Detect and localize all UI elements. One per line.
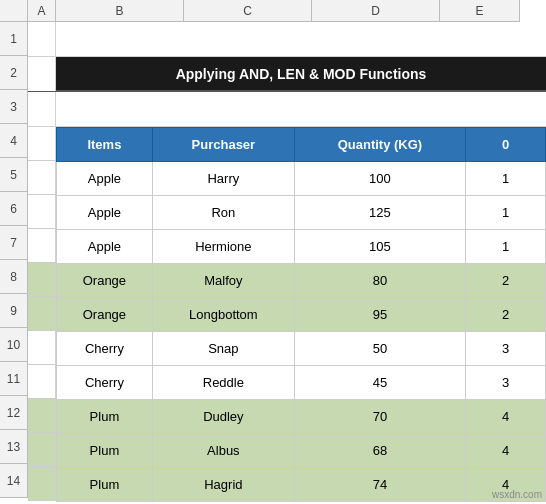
purchaser-cell[interactable]: Hagrid <box>152 468 294 502</box>
item-cell[interactable]: Orange <box>57 264 153 298</box>
purchaser-cell[interactable]: Albus <box>152 434 294 468</box>
table-row: CherryReddle453 <box>57 366 546 400</box>
quantity-cell[interactable]: 95 <box>294 298 465 332</box>
row-num-7[interactable]: 7 <box>0 226 28 260</box>
table-row: PlumHagrid744 <box>57 468 546 502</box>
quantity-cell[interactable]: 74 <box>294 468 465 502</box>
val-cell[interactable]: 3 <box>466 366 546 400</box>
cell-a6[interactable] <box>28 195 56 229</box>
cell-a4[interactable] <box>28 127 56 161</box>
val-cell[interactable]: 2 <box>466 298 546 332</box>
cell-a2[interactable] <box>28 57 56 91</box>
data-section: Items Purchaser Quantity (KG) 0 AppleHar… <box>28 127 546 502</box>
row-3 <box>28 92 546 127</box>
table-row: OrangeMalfoy802 <box>57 264 546 298</box>
table-header-row: Items Purchaser Quantity (KG) 0 <box>57 128 546 162</box>
watermark: wsxdn.com <box>492 489 542 500</box>
data-table-container: Items Purchaser Quantity (KG) 0 AppleHar… <box>56 127 546 502</box>
corner-cell <box>0 0 28 22</box>
purchaser-cell[interactable]: Dudley <box>152 400 294 434</box>
row-num-14[interactable]: 14 <box>0 464 28 498</box>
quantity-cell[interactable]: 50 <box>294 332 465 366</box>
row-num-12[interactable]: 12 <box>0 396 28 430</box>
row-num-5[interactable]: 5 <box>0 158 28 192</box>
row-num-11[interactable]: 11 <box>0 362 28 396</box>
cell-a10[interactable] <box>28 331 56 365</box>
val-cell[interactable]: 1 <box>466 162 546 196</box>
row-num-13[interactable]: 13 <box>0 430 28 464</box>
cell-a14[interactable] <box>28 467 56 501</box>
quantity-cell[interactable]: 125 <box>294 196 465 230</box>
purchaser-cell[interactable]: Ron <box>152 196 294 230</box>
table-row: AppleHermione1051 <box>57 230 546 264</box>
val-cell[interactable]: 2 <box>466 264 546 298</box>
cell-b3-e3 <box>56 92 546 126</box>
row-num-10[interactable]: 10 <box>0 328 28 362</box>
col-purchaser-header[interactable]: Purchaser <box>152 128 294 162</box>
table-row: OrangeLongbottom952 <box>57 298 546 332</box>
val-cell[interactable]: 1 <box>466 230 546 264</box>
table-row: PlumDudley704 <box>57 400 546 434</box>
table-row: AppleHarry1001 <box>57 162 546 196</box>
cell-a11[interactable] <box>28 365 56 399</box>
purchaser-cell[interactable]: Snap <box>152 332 294 366</box>
col-header-c[interactable]: C <box>184 0 312 22</box>
column-headers: A B C D E <box>0 0 546 22</box>
cell-a12[interactable] <box>28 399 56 433</box>
row-num-6[interactable]: 6 <box>0 192 28 226</box>
purchaser-cell[interactable]: Malfoy <box>152 264 294 298</box>
row-num-3[interactable]: 3 <box>0 90 28 124</box>
val-cell[interactable]: 4 <box>466 400 546 434</box>
purchaser-cell[interactable]: Reddle <box>152 366 294 400</box>
quantity-cell[interactable]: 45 <box>294 366 465 400</box>
cell-a13[interactable] <box>28 433 56 467</box>
row-num-1[interactable]: 1 <box>0 22 28 56</box>
val-cell[interactable]: 1 <box>466 196 546 230</box>
item-cell[interactable]: Plum <box>57 434 153 468</box>
table-row: PlumAlbus684 <box>57 434 546 468</box>
cell-a7[interactable] <box>28 229 56 263</box>
purchaser-cell[interactable]: Longbottom <box>152 298 294 332</box>
item-cell[interactable]: Plum <box>57 468 153 502</box>
col-quantity-header[interactable]: Quantity (KG) <box>294 128 465 162</box>
col-header-e[interactable]: E <box>440 0 520 22</box>
cell-a5[interactable] <box>28 161 56 195</box>
quantity-cell[interactable]: 100 <box>294 162 465 196</box>
item-cell[interactable]: Cherry <box>57 366 153 400</box>
row-num-9[interactable]: 9 <box>0 294 28 328</box>
spreadsheet: A B C D E 1 2 3 4 5 6 7 8 9 10 11 12 <box>0 0 546 504</box>
row-1 <box>28 22 546 57</box>
cell-a8[interactable] <box>28 263 56 297</box>
row-2: Applying AND, LEN & MOD Functions <box>28 57 546 92</box>
table-row: AppleRon1251 <box>57 196 546 230</box>
val-cell[interactable]: 3 <box>466 332 546 366</box>
table-row: CherrySnap503 <box>57 332 546 366</box>
item-cell[interactable]: Apple <box>57 162 153 196</box>
item-cell[interactable]: Orange <box>57 298 153 332</box>
item-cell[interactable]: Apple <box>57 230 153 264</box>
quantity-cell[interactable]: 70 <box>294 400 465 434</box>
quantity-cell[interactable]: 105 <box>294 230 465 264</box>
page-title: Applying AND, LEN & MOD Functions <box>176 66 427 82</box>
row-num-8[interactable]: 8 <box>0 260 28 294</box>
cell-a3[interactable] <box>28 92 56 126</box>
val-cell[interactable]: 4 <box>466 434 546 468</box>
col-header-a[interactable]: A <box>28 0 56 22</box>
quantity-cell[interactable]: 68 <box>294 434 465 468</box>
col-header-b[interactable]: B <box>56 0 184 22</box>
purchaser-cell[interactable]: Harry <box>152 162 294 196</box>
cell-b1-e1 <box>56 22 546 56</box>
col-header-d[interactable]: D <box>312 0 440 22</box>
col-val-header[interactable]: 0 <box>466 128 546 162</box>
col-items-header[interactable]: Items <box>57 128 153 162</box>
purchaser-cell[interactable]: Hermione <box>152 230 294 264</box>
item-cell[interactable]: Cherry <box>57 332 153 366</box>
row-num-2[interactable]: 2 <box>0 56 28 90</box>
cell-a9[interactable] <box>28 297 56 331</box>
cell-a1[interactable] <box>28 22 56 56</box>
rows-area: 1 2 3 4 5 6 7 8 9 10 11 12 13 14 <box>0 22 546 502</box>
item-cell[interactable]: Plum <box>57 400 153 434</box>
item-cell[interactable]: Apple <box>57 196 153 230</box>
quantity-cell[interactable]: 80 <box>294 264 465 298</box>
row-num-4[interactable]: 4 <box>0 124 28 158</box>
